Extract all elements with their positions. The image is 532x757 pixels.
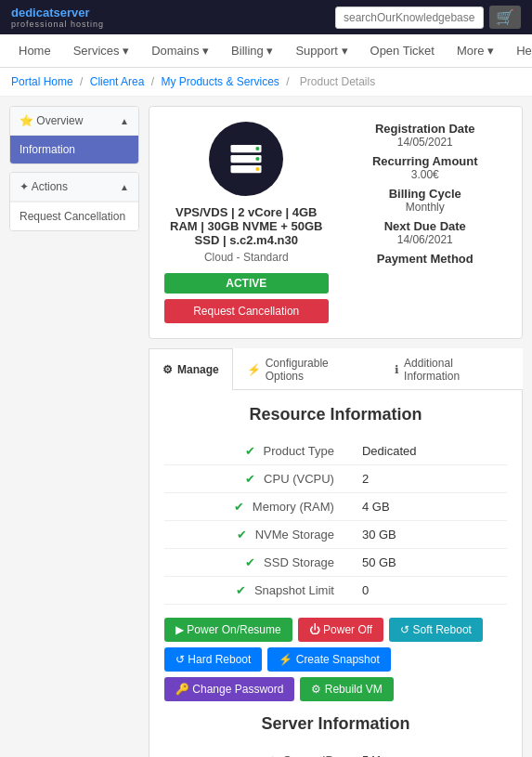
check-icon: ✔ <box>237 528 247 542</box>
breadcrumb-my-products[interactable]: My Products & Services <box>161 75 279 88</box>
logo-text-highlight: server <box>54 6 90 20</box>
logo: dedicatserver professional hosting <box>11 6 104 29</box>
billing-cycle-label: Billing Cycle <box>344 187 508 201</box>
payment-method-label: Payment Method <box>344 252 508 266</box>
search-input[interactable] <box>335 7 484 29</box>
tab-manage[interactable]: ⚙ Manage <box>149 348 233 390</box>
check-icon: ✔ <box>234 500 244 514</box>
action-btn-hard-reboot[interactable]: ↺ Hard Reboot <box>164 647 262 672</box>
billing-cycle-value: Monthly <box>344 201 508 214</box>
action-btn-power-on/resume[interactable]: ▶ Power On/Resume <box>164 618 292 642</box>
sidebar-item-information[interactable]: Information <box>10 136 138 163</box>
check-icon: ✔ <box>245 555 255 569</box>
product-card: VPS/VDS | 2 vCore | 4GB RAM | 30GB NVME … <box>149 106 523 339</box>
nav-support[interactable]: Support ▾ <box>286 34 357 67</box>
registration-date-label: Registration Date <box>344 122 508 136</box>
nav-home[interactable]: Home <box>9 34 60 67</box>
action-btn-rebuild-vm[interactable]: ⚙ Rebuild VM <box>300 677 393 701</box>
action-buttons: ▶ Power On/Resume⏻ Power Off↺ Soft Reboo… <box>164 618 507 701</box>
sidebar-actions-header[interactable]: ✦ Actions ▲ <box>10 173 138 202</box>
next-due-date-value: 14/06/2021 <box>344 233 508 246</box>
table-row: ✔ Snapshot Limit0 <box>164 577 507 605</box>
search-area: 🛒 <box>335 6 521 29</box>
product-icon <box>209 122 283 196</box>
table-row: ✔ SSD Storage50 GB <box>164 549 507 577</box>
breadcrumb-product-details: Product Details <box>300 75 375 88</box>
tab-content: Resource Information ✔ Product TypeDedic… <box>149 390 523 757</box>
svg-point-4 <box>256 157 260 161</box>
action-btn-change-password[interactable]: 🔑 Change Password <box>164 677 294 701</box>
breadcrumb: Portal Home / Client Area / My Products … <box>0 68 532 97</box>
top-bar: dedicatserver professional hosting 🛒 <box>0 0 532 34</box>
resource-table: ✔ Product TypeDedicated✔ CPU (VCPU)2✔ Me… <box>164 437 507 605</box>
chevron-up-icon: ▲ <box>120 116 129 126</box>
action-btn-create-snapshot[interactable]: ⚡ Create Snapshot <box>267 647 390 672</box>
breadcrumb-client-area[interactable]: Client Area <box>90 75 145 88</box>
product-right: Registration Date 14/05/2021 Recurring A… <box>344 122 508 323</box>
chevron-up-icon-actions: ▲ <box>120 182 129 192</box>
server-icon <box>226 138 266 179</box>
table-row: ✔ Memory (RAM)4 GB <box>164 493 507 521</box>
check-icon: ✔ <box>236 583 246 597</box>
svg-point-3 <box>256 147 260 150</box>
tabs: ⚙ Manage ⚡ Configurable Options ℹ Additi… <box>149 348 523 390</box>
registration-date-value: 14/05/2021 <box>344 136 508 149</box>
sidebar-overview-header[interactable]: ⭐ Overview ▲ <box>10 107 138 136</box>
logo-text-main: dedicat <box>11 6 54 20</box>
gear-icon: ⚙ <box>162 363 173 376</box>
table-row: ✔ Product TypeDedicated <box>164 437 507 465</box>
table-row: ✔ NVMe Storage30 GB <box>164 521 507 549</box>
sidebar: ⭐ Overview ▲ Information ✦ Actions ▲ Req… <box>9 106 139 757</box>
table-row: ✔ Server ID541 <box>164 747 507 757</box>
server-info-table: ✔ Server ID541 <box>164 747 507 757</box>
main-layout: ⭐ Overview ▲ Information ✦ Actions ▲ Req… <box>0 97 532 757</box>
server-info-title: Server Information <box>164 714 507 734</box>
product-title: VPS/VDS | 2 vCore | 4GB RAM | 30GB NVME … <box>164 205 329 247</box>
check-icon: ✔ <box>265 753 275 757</box>
sidebar-item-request-cancellation[interactable]: Request Cancellation <box>10 202 138 230</box>
nav-more[interactable]: More ▾ <box>448 34 503 67</box>
recurring-amount-value: 3.00€ <box>344 168 508 181</box>
tab-configurable-options[interactable]: ⚡ Configurable Options <box>233 348 381 390</box>
tab-additional-information[interactable]: ℹ Additional Information <box>381 348 523 390</box>
nav-bar: Home Services ▾ Domains ▾ Billing ▾ Supp… <box>0 34 532 68</box>
recurring-amount-label: Recurring Amount <box>344 154 508 168</box>
check-icon: ✔ <box>245 444 255 458</box>
info-icon: ℹ <box>395 363 399 376</box>
sidebar-actions-section: ✦ Actions ▲ Request Cancellation <box>9 172 139 231</box>
table-row: ✔ CPU (VCPU)2 <box>164 465 507 493</box>
product-subtitle: Cloud - Standard <box>204 251 289 264</box>
status-badge: ACTIVE <box>164 273 329 294</box>
next-due-date-label: Next Due Date <box>344 219 508 233</box>
resource-info-title: Resource Information <box>164 405 507 424</box>
cart-icon[interactable]: 🛒 <box>489 6 521 29</box>
nav-services[interactable]: Services ▾ <box>64 34 138 67</box>
nav-open-ticket[interactable]: Open Ticket <box>361 34 444 67</box>
nav-billing[interactable]: Billing ▾ <box>222 34 282 67</box>
product-left: VPS/VDS | 2 vCore | 4GB RAM | 30GB NVME … <box>164 122 329 323</box>
sidebar-overview-section: ⭐ Overview ▲ Information <box>9 106 139 164</box>
cancel-button[interactable]: Request Cancellation <box>164 299 329 323</box>
action-btn-power-off[interactable]: ⏻ Power Off <box>298 618 383 642</box>
nav-hello[interactable]: Hello, ▾ <box>507 34 532 67</box>
breadcrumb-portal-home[interactable]: Portal Home <box>11 75 73 88</box>
check-icon: ✔ <box>245 472 255 486</box>
svg-point-5 <box>256 167 260 171</box>
action-btn-soft-reboot[interactable]: ↺ Soft Reboot <box>389 618 483 642</box>
server-info-section: Server Information ✔ Server ID541 <box>164 714 507 757</box>
content-area: VPS/VDS | 2 vCore | 4GB RAM | 30GB NVME … <box>149 106 523 757</box>
nav-domains[interactable]: Domains ▾ <box>142 34 218 67</box>
logo-subtext: professional hosting <box>11 20 104 29</box>
sliders-icon: ⚡ <box>247 363 261 376</box>
